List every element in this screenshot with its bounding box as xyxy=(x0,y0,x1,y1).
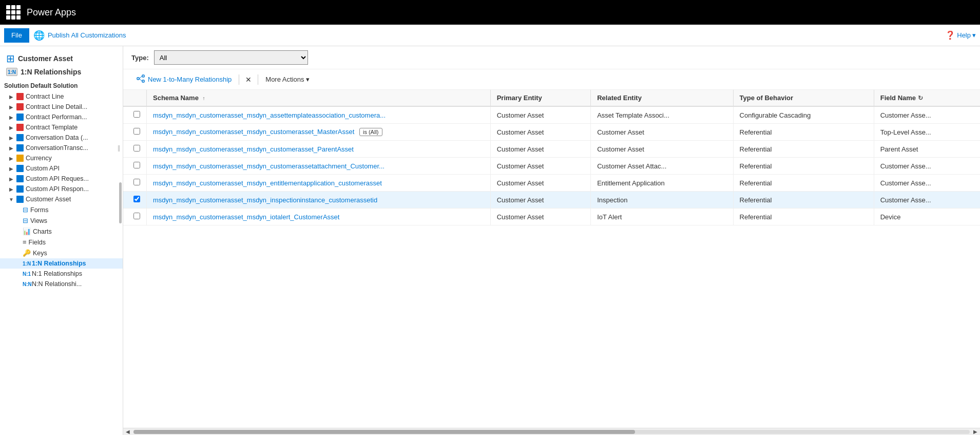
sidebar-child-label: Charts xyxy=(33,228,52,235)
header-schema-name[interactable]: Schema Name ↑ xyxy=(147,90,491,106)
header-related-entity[interactable]: Related Entity xyxy=(591,90,733,106)
entity-icon-blue xyxy=(16,185,24,193)
schema-name-cell[interactable]: msdyn_msdyn_customerasset_msdyn_inspecti… xyxy=(147,192,491,209)
header-primary-entity[interactable]: Primary Entity xyxy=(490,90,590,106)
more-actions-label: More Actions xyxy=(265,75,304,83)
row-checkbox[interactable] xyxy=(133,179,140,185)
related-entity-cell: Customer Asset xyxy=(591,124,733,141)
schema-name-cell[interactable]: msdyn_msdyn_customerasset_msdyn_customer… xyxy=(147,124,491,141)
sidebar-item-conversation-data[interactable]: ▶ Conversation Data (... xyxy=(0,133,123,143)
sidebar-relationship-subtitle: 1:N 1:N Relationships xyxy=(0,67,123,80)
row-checkbox[interactable] xyxy=(133,145,140,152)
row-checkbox[interactable] xyxy=(133,213,140,219)
expand-arrow-icon: ▶ xyxy=(8,135,14,141)
sidebar-item-label: Custom API Respon... xyxy=(26,185,89,193)
type-select[interactable]: All Custom Standard xyxy=(154,50,308,65)
waffle-menu[interactable] xyxy=(6,5,21,20)
scroll-right-arrow[interactable]: ▶ xyxy=(972,429,979,434)
help-button[interactable]: ❓ Help ▾ xyxy=(945,30,976,40)
sidebar-item-custom-api[interactable]: ▶ Custom API xyxy=(0,163,123,174)
row-checkbox-cell xyxy=(123,192,147,209)
sidebar-item-contract-line-detail[interactable]: ▶ Contract Line Detail... xyxy=(0,102,123,112)
toolbar-bar: File 🌐 Publish All Customizations ❓ Help… xyxy=(0,25,980,46)
expand-arrow-icon: ▶ xyxy=(8,166,14,172)
table-row: msdyn_msdyn_customerasset_msdyn_customer… xyxy=(123,158,980,175)
header-field-name[interactable]: Field Name ↻ xyxy=(874,90,980,106)
sidebar-item-conversation-transc[interactable]: ▶ ConversationTransc... ║ xyxy=(0,143,123,153)
new-relationship-button[interactable]: New 1-to-Many Relationship xyxy=(131,72,237,86)
header-type-of-behavior[interactable]: Type of Behavior xyxy=(733,90,874,106)
row-checkbox[interactable] xyxy=(133,111,140,118)
sidebar-child-label: N:1 Relationships xyxy=(32,270,82,277)
primary-entity-cell: Customer Asset xyxy=(490,106,590,124)
relationships-table: Schema Name ↑ Primary Entity Related Ent… xyxy=(123,90,980,225)
schema-name-cell[interactable]: msdyn_msdyn_customerasset_msdyn_customer… xyxy=(147,158,491,175)
table-row: msdyn_msdyn_customerasset_msdyn_entitlem… xyxy=(123,175,980,192)
expand-arrow-icon: ▶ xyxy=(8,104,14,110)
schema-name-cell[interactable]: msdyn_msdyn_customerasset_msdyn_entitlem… xyxy=(147,175,491,192)
sidebar-child-1n-relationships[interactable]: 1:N 1:N Relationships xyxy=(0,258,123,269)
row-checkbox[interactable] xyxy=(133,128,140,135)
sidebar-item-contract-line[interactable]: ▶ Contract Line xyxy=(0,91,123,102)
entity-icon-red xyxy=(16,124,24,131)
field-name-cell: Customer Asse... xyxy=(874,158,980,175)
schema-name-label: Schema Name xyxy=(153,94,199,102)
sidebar-item-label: Customer Asset xyxy=(26,196,71,203)
row-checkbox-cell xyxy=(123,175,147,192)
publish-button[interactable]: 🌐 Publish All Customizations xyxy=(33,30,126,41)
type-of-behavior-cell: Configurable Cascading xyxy=(733,106,874,124)
scrollbar-track[interactable] xyxy=(133,430,970,434)
sidebar-item-currency[interactable]: ▶ Currency xyxy=(0,153,123,163)
sidebar-child-views[interactable]: ⊟ Views xyxy=(0,215,123,226)
refresh-icon[interactable]: ↻ xyxy=(918,94,923,102)
file-button[interactable]: File xyxy=(4,28,29,43)
sidebar-child-fields[interactable]: ≡ Fields xyxy=(0,237,123,248)
row-checkbox-cell xyxy=(123,141,147,158)
delete-button[interactable]: ✕ xyxy=(241,73,256,86)
sidebar: ⊞ Customer Asset 1:N 1:N Relationships S… xyxy=(0,46,123,435)
sidebar-child-nn-relationships[interactable]: N:N N:N Relationshi... xyxy=(0,279,123,289)
schema-name-cell[interactable]: msdyn_msdyn_customerasset_msdyn_iotalert… xyxy=(147,209,491,225)
row-checkbox[interactable] xyxy=(133,196,140,202)
sidebar-child-n1-relationships[interactable]: N:1 N:1 Relationships xyxy=(0,269,123,279)
sidebar-child-keys[interactable]: 🔑 Keys xyxy=(0,248,123,258)
sidebar-item-contract-performance[interactable]: ▶ Contract Performan... xyxy=(0,112,123,122)
sidebar-item-label: Custom API xyxy=(26,165,60,172)
expand-arrow-icon: ▶ xyxy=(8,115,14,120)
sidebar-item-label: Conversation Data (... xyxy=(26,134,88,141)
type-of-behavior-cell: Referential xyxy=(733,192,874,209)
sidebar-item-label: Contract Performan... xyxy=(26,114,87,121)
sidebar-scrollbar-thumb[interactable] xyxy=(119,182,122,223)
schema-name-cell[interactable]: msdyn_msdyn_customerasset_msdyn_assettem… xyxy=(147,106,491,124)
sidebar-child-forms[interactable]: ⊟ Forms xyxy=(0,204,123,215)
scroll-left-arrow[interactable]: ◀ xyxy=(124,429,131,434)
schema-name-cell[interactable]: msdyn_msdyn_customerasset_msdyn_customer… xyxy=(147,141,491,158)
relationship-badge-icon: 1:N xyxy=(6,68,17,76)
1n-icon: 1:N xyxy=(23,261,30,267)
row-checkbox-cell xyxy=(123,209,147,225)
expand-arrow-icon: ▶ xyxy=(8,186,14,192)
sidebar-item-custom-api-respon[interactable]: ▶ Custom API Respon... xyxy=(0,184,123,194)
sidebar-entity-label: Customer Asset xyxy=(18,54,73,63)
sidebar-item-label: Contract Line Detail... xyxy=(26,103,87,110)
scrollbar-thumb[interactable] xyxy=(133,430,635,434)
views-icon: ⊟ xyxy=(23,217,28,224)
more-actions-button[interactable]: More Actions ▾ xyxy=(260,73,315,85)
app-title: Power Apps xyxy=(27,7,76,18)
entity-icon-blue xyxy=(16,114,24,121)
horizontal-scrollbar[interactable]: ◀ ▶ xyxy=(123,428,980,435)
related-entity-cell: Inspection xyxy=(591,192,733,209)
charts-icon: 📊 xyxy=(23,228,31,235)
svg-line-3 xyxy=(139,76,142,79)
related-entity-cell: Customer Asset xyxy=(591,141,733,158)
sidebar-item-customer-asset[interactable]: ▼ Customer Asset xyxy=(0,194,123,204)
sidebar-item-contract-template[interactable]: ▶ Contract Template xyxy=(0,122,123,133)
help-label: Help xyxy=(957,31,971,39)
sidebar-item-label: Contract Line xyxy=(26,93,64,100)
field-name-cell: Top-Level Asse... xyxy=(874,124,980,141)
row-checkbox[interactable] xyxy=(133,162,140,168)
svg-rect-2 xyxy=(142,80,144,82)
related-entity-cell: Entitlement Application xyxy=(591,175,733,192)
sidebar-item-custom-api-reques[interactable]: ▶ Custom API Reques... xyxy=(0,174,123,184)
sidebar-child-charts[interactable]: 📊 Charts xyxy=(0,226,123,237)
